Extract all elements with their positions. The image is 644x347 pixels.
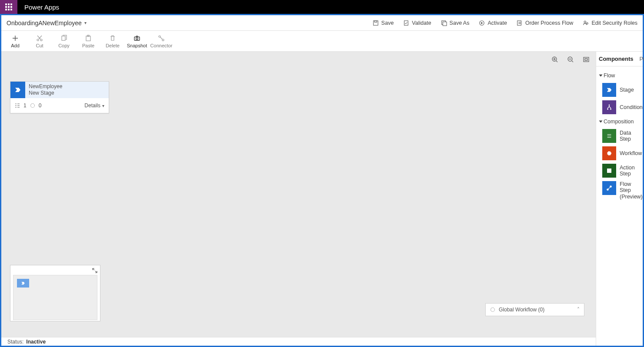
svg-point-26 xyxy=(607,152,611,155)
stage-entity: NewEmployee xyxy=(29,83,105,90)
svg-rect-0 xyxy=(374,20,378,25)
save-as-icon xyxy=(441,20,447,26)
svg-point-17 xyxy=(162,39,164,41)
connector-icon xyxy=(158,35,165,42)
svg-point-7 xyxy=(584,21,586,23)
steps-icon xyxy=(15,103,20,108)
svg-rect-6 xyxy=(517,20,521,25)
designer-canvas[interactable]: NewEmployee New Stage 1 0 Details ▾ xyxy=(1,52,596,337)
minimap-stage-marker xyxy=(17,279,29,288)
zoom-out-icon[interactable] xyxy=(567,56,574,63)
stage-card[interactable]: NewEmployee New Stage 1 0 Details ▾ xyxy=(10,81,109,113)
waffle-icon xyxy=(5,3,12,10)
svg-rect-12 xyxy=(86,36,90,41)
svg-point-8 xyxy=(587,23,588,24)
workflow-small-icon xyxy=(490,307,495,312)
component-flow-step[interactable]: Flow Step (Preview) xyxy=(598,179,643,202)
svg-point-22 xyxy=(491,308,495,312)
trash-icon xyxy=(109,35,116,42)
panel-tabs: Components Pro xyxy=(596,52,643,66)
svg-point-28 xyxy=(607,189,609,191)
stage-badge xyxy=(10,82,25,98)
title-bar: Power Apps xyxy=(0,0,644,14)
flow-step-icon xyxy=(602,181,616,195)
plus-icon xyxy=(12,35,19,42)
svg-rect-2 xyxy=(404,20,408,25)
copy-button[interactable]: Copy xyxy=(53,35,75,48)
chevron-down-icon: ▾ xyxy=(102,103,104,108)
save-button[interactable]: Save xyxy=(373,20,394,26)
component-stage[interactable]: Stage xyxy=(598,81,643,99)
svg-point-10 xyxy=(40,39,42,41)
status-value: Inactive xyxy=(26,339,46,345)
workflow-count: 0 xyxy=(39,102,42,109)
app-frame: OnboardingANewEmployee ▾ Save Validate S… xyxy=(0,14,644,347)
paste-button[interactable]: Paste xyxy=(77,35,100,48)
svg-point-21 xyxy=(30,104,34,108)
status-bar: Status: Inactive xyxy=(1,337,596,346)
svg-point-25 xyxy=(610,109,611,110)
minimap[interactable] xyxy=(10,265,100,321)
minimap-viewport[interactable] xyxy=(13,275,97,320)
svg-point-29 xyxy=(610,186,612,188)
collapse-triangle-icon xyxy=(599,121,603,123)
collapse-triangle-icon xyxy=(599,75,603,77)
expand-icon[interactable] xyxy=(92,268,97,273)
components-panel: Components Pro Flow Stage Condition Comp… xyxy=(596,52,643,346)
add-button[interactable]: Add xyxy=(4,35,27,48)
activate-button[interactable]: Activate xyxy=(479,20,507,26)
component-condition[interactable]: Condition xyxy=(598,99,643,116)
stage-chevron-icon xyxy=(14,86,21,93)
panel-body: Flow Stage Condition Composition Data St… xyxy=(596,66,643,202)
order-icon xyxy=(517,20,523,26)
stage-name: New Stage xyxy=(29,90,105,96)
component-workflow[interactable]: Workflow xyxy=(598,145,643,162)
svg-rect-11 xyxy=(62,36,65,40)
action-step-icon xyxy=(602,164,616,178)
delete-button[interactable]: Delete xyxy=(101,35,124,48)
svg-point-16 xyxy=(159,36,160,37)
canvas-zoom-tools xyxy=(551,56,590,63)
minimap-header xyxy=(13,268,97,275)
header-actions: Save Validate Save As Activate Order Pro… xyxy=(373,20,637,26)
stage-card-header: NewEmployee New Stage xyxy=(10,82,109,98)
tab-components[interactable]: Components xyxy=(599,56,633,62)
app-title: Power Apps xyxy=(17,3,59,11)
validate-button[interactable]: Validate xyxy=(403,20,431,26)
global-workflow-label: Global Workflow (0) xyxy=(499,307,544,313)
designer-header: OnboardingANewEmployee ▾ Save Validate S… xyxy=(1,15,643,31)
component-data-step[interactable]: Data Step xyxy=(598,127,643,145)
component-action-step[interactable]: Action Step xyxy=(598,162,643,179)
status-label: Status: xyxy=(7,339,23,345)
stage-title-block: NewEmployee New Stage xyxy=(25,82,109,98)
svg-rect-20 xyxy=(584,57,589,62)
fit-to-screen-icon[interactable] xyxy=(583,56,590,63)
cut-button[interactable]: Cut xyxy=(28,35,51,48)
security-icon xyxy=(583,20,589,26)
toolbar-ribbon: Add Cut Copy Paste Delete Snapshot Conne… xyxy=(1,31,643,52)
group-flow[interactable]: Flow xyxy=(598,70,643,81)
snapshot-button[interactable]: Snapshot xyxy=(126,35,148,48)
group-composition[interactable]: Composition xyxy=(598,116,643,127)
app-launcher-button[interactable] xyxy=(0,0,17,14)
edit-security-roles-button[interactable]: Edit Security Roles xyxy=(583,20,637,26)
camera-icon xyxy=(133,35,140,42)
svg-point-24 xyxy=(607,109,608,110)
save-as-button[interactable]: Save As xyxy=(441,20,470,26)
save-icon xyxy=(373,20,379,26)
connector-button[interactable]: Connector xyxy=(150,35,173,48)
copy-icon xyxy=(60,35,67,42)
global-workflow-bar[interactable]: Global Workflow (0) ˄ xyxy=(485,303,584,316)
cut-icon xyxy=(36,35,43,42)
order-process-flow-button[interactable]: Order Process Flow xyxy=(517,20,573,26)
chevron-up-icon: ˄ xyxy=(577,307,580,313)
svg-rect-1 xyxy=(374,20,377,22)
svg-point-9 xyxy=(37,39,39,41)
stage-details-toggle[interactable]: Details ▾ xyxy=(84,102,104,109)
stage-card-footer: 1 0 Details ▾ xyxy=(10,98,109,113)
tab-properties[interactable]: Pro xyxy=(639,56,644,62)
data-step-icon xyxy=(602,129,616,143)
workflow-small-icon xyxy=(30,103,35,108)
zoom-in-icon[interactable] xyxy=(551,56,558,63)
flow-name-dropdown[interactable]: OnboardingANewEmployee ▾ xyxy=(7,20,87,26)
